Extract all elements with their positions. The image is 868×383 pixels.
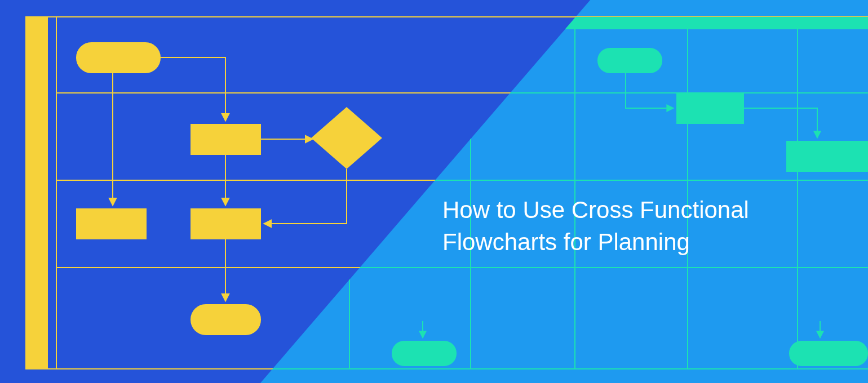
svg-rect-6 xyxy=(25,17,48,369)
process-box-icon xyxy=(786,141,868,172)
process-box-icon xyxy=(676,93,744,124)
terminator-start-icon xyxy=(597,48,662,73)
terminator-end-icon xyxy=(191,304,261,335)
process-box-icon xyxy=(191,208,261,239)
process-box-icon xyxy=(191,124,261,155)
title-line-1: How to Use Cross Functional xyxy=(442,194,749,226)
terminator-start-icon xyxy=(76,42,161,73)
process-box-icon xyxy=(76,208,147,239)
terminator-end-icon xyxy=(789,341,868,366)
page-title: How to Use Cross Functional Flowcharts f… xyxy=(442,194,749,258)
terminator-end-icon xyxy=(392,341,457,366)
title-line-2: Flowcharts for Planning xyxy=(442,226,749,259)
decision-diamond-icon xyxy=(311,107,382,169)
diagram-canvas: How to Use Cross Functional Flowcharts f… xyxy=(0,0,868,383)
